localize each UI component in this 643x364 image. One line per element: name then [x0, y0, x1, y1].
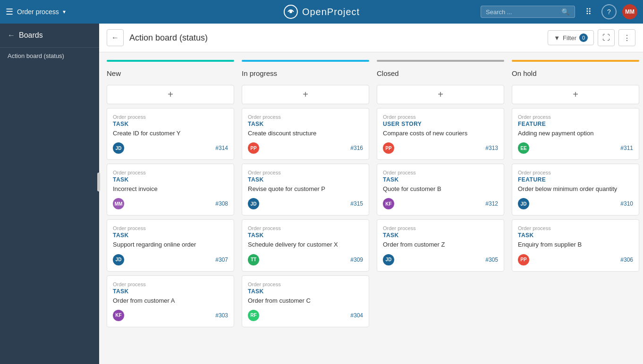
card-type: TASK: [248, 232, 363, 239]
card-project: Order process: [113, 225, 228, 231]
card-footer: PP #306: [518, 254, 633, 265]
help-icon[interactable]: ?: [601, 4, 617, 19]
card-footer: JD #305: [383, 254, 498, 265]
card-avatar: JD: [248, 198, 259, 209]
resize-handle[interactable]: [97, 173, 100, 191]
card-avatar: KF: [113, 310, 124, 321]
card-footer: JD #314: [113, 142, 228, 154]
card-project: Order process: [248, 170, 363, 175]
card-title: Incorrect invoice: [113, 185, 228, 193]
card[interactable]: Order process TASK Quote for customer B …: [377, 164, 504, 215]
card-footer: TT #309: [248, 254, 363, 265]
card-project: Order process: [113, 114, 228, 120]
card-title: Order from customer A: [113, 297, 228, 305]
fullscreen-button[interactable]: ⛶: [598, 29, 615, 46]
card[interactable]: Order process TASK Support regarding onl…: [107, 219, 234, 271]
card-project: Order process: [518, 225, 633, 231]
card-type: TASK: [113, 121, 228, 127]
add-card-button-inprogress[interactable]: +: [242, 85, 369, 104]
card-id: #316: [350, 145, 363, 151]
add-card-button-onhold[interactable]: +: [512, 85, 639, 104]
card-footer: MM #308: [113, 198, 228, 209]
filter-icon: ▼: [554, 34, 560, 41]
fullscreen-icon: ⛶: [602, 33, 610, 42]
card-project: Order process: [248, 225, 363, 231]
card-title: Support regarding online order: [113, 240, 228, 249]
card-avatar: KF: [383, 198, 394, 209]
card-id: #308: [215, 200, 228, 207]
card-type: TASK: [113, 176, 228, 183]
card-footer: JD #307: [113, 254, 228, 265]
card-footer: RF #304: [248, 310, 363, 321]
card[interactable]: Order process TASK Revise quote for cust…: [242, 164, 369, 215]
project-dropdown-icon[interactable]: ▾: [63, 8, 66, 15]
add-card-button-new[interactable]: +: [107, 85, 234, 104]
card[interactable]: Order process TASK Create discount struc…: [242, 108, 369, 160]
card[interactable]: Order process TASK Order from customer Z…: [377, 219, 504, 271]
sidebar-item-action-board[interactable]: Action board (status): [0, 48, 99, 64]
search-input[interactable]: [486, 8, 561, 16]
card[interactable]: Order process TASK Create ID for custome…: [107, 108, 234, 160]
card-project: Order process: [383, 170, 498, 175]
card-avatar: TT: [248, 254, 259, 265]
column-header-inprogress: In progress: [242, 67, 369, 81]
card-footer: KF #303: [113, 310, 228, 321]
card-avatar: JD: [518, 198, 529, 209]
card-type: TASK: [248, 176, 363, 183]
card-type: TASK: [383, 232, 498, 239]
column-title-closed: Closed: [377, 69, 399, 77]
card-id: #311: [620, 145, 633, 151]
card-type: USER STORY: [383, 121, 498, 127]
column-onhold: On hold+ Order process FEATURE Adding ne…: [512, 60, 639, 356]
card-footer: KF #312: [383, 198, 498, 209]
card[interactable]: Order process TASK Order from customer A…: [107, 275, 234, 327]
card-id: #312: [485, 200, 498, 207]
logo-icon: [283, 4, 298, 19]
card-type: TASK: [113, 288, 228, 295]
card[interactable]: Order process TASK Schedule delivery for…: [242, 219, 369, 271]
card[interactable]: Order process USER STORY Compare costs o…: [377, 108, 504, 160]
board-header: ← Action board (status) ▼ Filter 0 ⛶ ⋮: [99, 24, 643, 52]
card-type: FEATURE: [518, 176, 633, 183]
project-name[interactable]: Order process: [17, 8, 59, 16]
filter-button[interactable]: ▼ Filter 0: [548, 30, 594, 45]
card-title: Order below minimum order quantity: [518, 185, 633, 193]
board-back-button[interactable]: ←: [107, 29, 124, 46]
card-title: Order from customer Z: [383, 240, 498, 249]
grid-icon[interactable]: ⠿: [581, 4, 596, 19]
card-footer: EE #311: [518, 142, 633, 154]
hamburger-icon[interactable]: ☰: [6, 7, 13, 17]
column-inprogress: In progress+ Order process TASK Create d…: [242, 60, 369, 356]
card-title: Compare costs of new couriers: [383, 129, 498, 138]
user-avatar[interactable]: MM: [622, 4, 637, 19]
more-options-button[interactable]: ⋮: [618, 29, 635, 46]
card-project: Order process: [113, 281, 228, 287]
card-id: #307: [215, 256, 228, 263]
column-title-inprogress: In progress: [242, 69, 277, 77]
card-title: Revise quote for customer P: [248, 185, 363, 193]
card[interactable]: Order process TASK Incorrect invoice MM …: [107, 164, 234, 215]
logo: OpenProject: [283, 4, 360, 19]
card[interactable]: Order process TASK Enquiry from supplier…: [512, 219, 639, 271]
card-avatar: MM: [113, 198, 124, 209]
navbar-left: ☰ Order process ▾: [6, 7, 66, 17]
card-id: #303: [215, 312, 228, 319]
card-avatar: PP: [383, 142, 394, 154]
card-avatar: JD: [113, 142, 124, 154]
column-bar-closed: [377, 60, 504, 62]
sidebar-title: Boards: [19, 31, 43, 40]
add-card-button-closed[interactable]: +: [377, 85, 504, 104]
search-box[interactable]: 🔍: [481, 6, 575, 18]
column-closed: Closed+ Order process USER STORY Compare…: [377, 60, 504, 356]
card-project: Order process: [248, 114, 363, 120]
card-project: Order process: [383, 114, 498, 120]
search-icon: 🔍: [561, 8, 569, 16]
sidebar-back-icon[interactable]: ←: [8, 31, 15, 40]
card-id: #306: [620, 256, 633, 263]
column-bar-inprogress: [242, 60, 369, 62]
card-avatar: PP: [518, 254, 529, 265]
card[interactable]: Order process FEATURE Order below minimu…: [512, 164, 639, 215]
card[interactable]: Order process FEATURE Adding new payment…: [512, 108, 639, 160]
card-project: Order process: [518, 170, 633, 175]
card[interactable]: Order process TASK Order from customer C…: [242, 275, 369, 327]
